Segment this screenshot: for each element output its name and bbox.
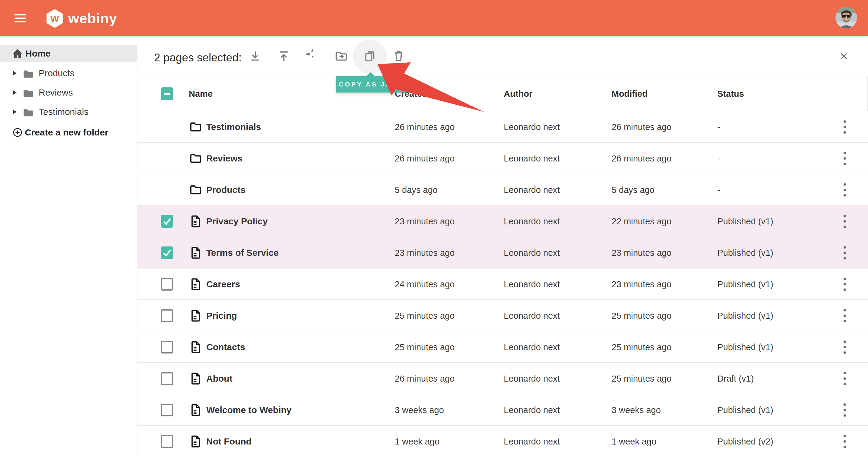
- sidebar-item-products[interactable]: Products: [0, 63, 137, 83]
- row-checkbox[interactable]: [161, 372, 173, 385]
- row-author: Leonardo next: [504, 426, 560, 456]
- row-created: 26 minutes ago: [395, 363, 455, 394]
- export-button[interactable]: [275, 48, 293, 66]
- sidebar: Home ProductsReviewsTestimonials Create …: [0, 36, 137, 456]
- table-header: Name Created↓ Author Modified Status: [137, 76, 868, 111]
- page-icon: [189, 215, 203, 228]
- page-icon: [189, 403, 203, 417]
- pages-table-body: Testimonials26 minutes agoLeonardo next2…: [137, 111, 868, 456]
- row-modified: 22 minutes ago: [612, 206, 672, 237]
- table-row-page[interactable]: Terms of Service23 minutes agoLeonardo n…: [137, 237, 868, 268]
- caret-right-icon[interactable]: [13, 71, 17, 75]
- row-modified: 3 weeks ago: [612, 394, 661, 426]
- webiny-logo[interactable]: W webiny: [46, 9, 117, 28]
- move-to-folder-icon: [334, 49, 348, 64]
- sidebar-item-reviews[interactable]: Reviews: [0, 83, 137, 102]
- user-avatar[interactable]: [835, 7, 857, 28]
- page-icon: [189, 372, 203, 386]
- row-created: 1 week ago: [395, 426, 439, 456]
- table-row-folder[interactable]: Reviews26 minutes agoLeonardo next26 min…: [137, 143, 868, 174]
- row-checkbox[interactable]: [161, 278, 173, 291]
- row-modified: 5 days ago: [612, 174, 654, 206]
- table-row-page[interactable]: Pricing25 minutes agoLeonardo next25 min…: [137, 300, 868, 332]
- row-actions-kebab-icon[interactable]: [837, 300, 852, 332]
- folder-icon: [22, 107, 34, 117]
- restore-button[interactable]: [304, 48, 322, 66]
- select-all-checkbox[interactable]: [161, 87, 173, 100]
- page-icon: [189, 340, 203, 354]
- home-icon: [12, 49, 23, 59]
- row-author: Leonardo next: [504, 111, 560, 143]
- delete-button[interactable]: [390, 48, 408, 66]
- row-actions-kebab-icon[interactable]: [837, 111, 852, 143]
- page-icon: [189, 246, 203, 260]
- row-created: 25 minutes ago: [395, 332, 455, 363]
- table-row-page[interactable]: About26 minutes agoLeonardo next25 minut…: [137, 363, 868, 394]
- row-checkbox[interactable]: [161, 247, 173, 259]
- folder-icon: [189, 120, 203, 134]
- row-actions-kebab-icon[interactable]: [837, 394, 852, 426]
- restore-icon: [306, 49, 319, 64]
- row-checkbox[interactable]: [161, 215, 173, 228]
- table-row-page[interactable]: Welcome to Webiny3 weeks agoLeonardo nex…: [137, 394, 868, 426]
- sidebar-item-label: Testimonials: [39, 102, 89, 121]
- row-status: -: [717, 143, 720, 174]
- row-actions-kebab-icon[interactable]: [837, 363, 852, 394]
- row-actions-kebab-icon[interactable]: [837, 426, 852, 456]
- row-checkbox[interactable]: [161, 309, 173, 322]
- table-row-folder[interactable]: Products5 days agoLeonardo next5 days ag…: [137, 174, 868, 206]
- row-author: Leonardo next: [504, 206, 560, 237]
- table-row-page[interactable]: Privacy Policy23 minutes agoLeonardo nex…: [137, 206, 868, 237]
- row-actions-kebab-icon[interactable]: [837, 174, 852, 206]
- copy-icon: [363, 49, 377, 64]
- create-new-folder-button[interactable]: Create a new folder: [0, 123, 137, 142]
- sidebar-item-home[interactable]: Home: [0, 45, 137, 62]
- download-button[interactable]: [246, 48, 264, 66]
- table-row-folder[interactable]: Testimonials26 minutes agoLeonardo next2…: [137, 111, 868, 143]
- row-actions-kebab-icon[interactable]: [837, 206, 852, 237]
- copy-button[interactable]: [361, 48, 379, 66]
- column-header-modified[interactable]: Modified: [612, 76, 648, 111]
- page-icon: [189, 309, 203, 323]
- row-name: Pricing: [206, 300, 237, 332]
- table-row-page[interactable]: Not Found1 week agoLeonardo next1 week a…: [137, 426, 868, 456]
- row-checkbox[interactable]: [161, 404, 173, 417]
- column-header-status[interactable]: Status: [717, 76, 744, 111]
- row-checkbox[interactable]: [161, 435, 173, 448]
- row-actions-kebab-icon[interactable]: [837, 332, 852, 363]
- row-name: Privacy Policy: [206, 206, 268, 237]
- close-selection-button[interactable]: [835, 48, 852, 65]
- sidebar-item-label: Products: [39, 63, 74, 83]
- row-modified: 23 minutes ago: [612, 237, 672, 268]
- row-created: 24 minutes ago: [395, 268, 455, 300]
- row-checkbox[interactable]: [161, 341, 173, 353]
- row-actions-kebab-icon[interactable]: [837, 268, 852, 300]
- column-header-name[interactable]: Name: [189, 76, 213, 111]
- row-actions-kebab-icon[interactable]: [837, 143, 852, 174]
- row-status: Published (v1): [717, 394, 773, 426]
- row-created: 26 minutes ago: [395, 143, 455, 174]
- row-created: 23 minutes ago: [395, 206, 455, 237]
- table-row-page[interactable]: Careers24 minutes agoLeonardo next23 min…: [137, 268, 868, 300]
- move-button[interactable]: [332, 48, 350, 66]
- row-created: 5 days ago: [395, 174, 438, 206]
- hamburger-icon[interactable]: [14, 14, 26, 22]
- folder-icon: [22, 68, 34, 78]
- main-content: 2 pages selected: COPY AS JSON Name Crea…: [137, 36, 868, 456]
- caret-right-icon[interactable]: [13, 90, 17, 95]
- sidebar-item-label: Reviews: [39, 83, 73, 102]
- row-name: Terms of Service: [206, 237, 279, 268]
- row-modified: 26 minutes ago: [612, 143, 672, 174]
- sidebar-item-testimonials[interactable]: Testimonials: [0, 102, 137, 121]
- row-name: About: [206, 363, 232, 394]
- caret-right-icon[interactable]: [13, 110, 17, 114]
- table-row-page[interactable]: Contacts25 minutes agoLeonardo next25 mi…: [137, 332, 868, 363]
- sidebar-item-label: Home: [25, 45, 51, 62]
- column-header-author[interactable]: Author: [504, 76, 532, 111]
- sidebar-folder-list: ProductsReviewsTestimonials: [0, 63, 137, 121]
- row-created: 25 minutes ago: [395, 300, 455, 332]
- row-author: Leonardo next: [504, 394, 560, 426]
- row-status: Published (v1): [717, 206, 773, 237]
- row-status: Published (v1): [717, 300, 773, 332]
- row-actions-kebab-icon[interactable]: [837, 237, 852, 268]
